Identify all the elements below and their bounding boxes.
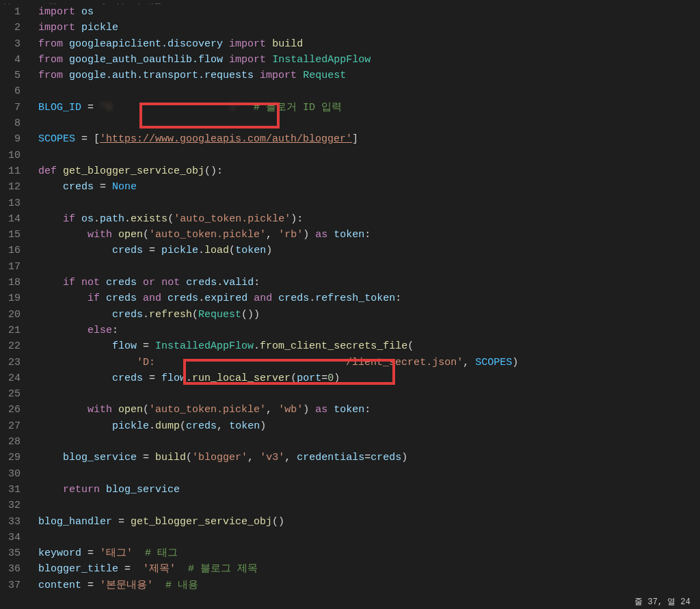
- line-number-gutter: 123 456 789 101112 131415 161718 192021 …: [0, 4, 29, 596]
- cursor-position: 줄 37, 열 24: [634, 597, 690, 607]
- status-bar[interactable]: 줄 37, 열 24: [0, 596, 700, 609]
- code-editor[interactable]: 123 456 789 101112 131415 161718 192021 …: [0, 4, 700, 596]
- code-content[interactable]: import os import pickle from googleapicl…: [29, 4, 700, 596]
